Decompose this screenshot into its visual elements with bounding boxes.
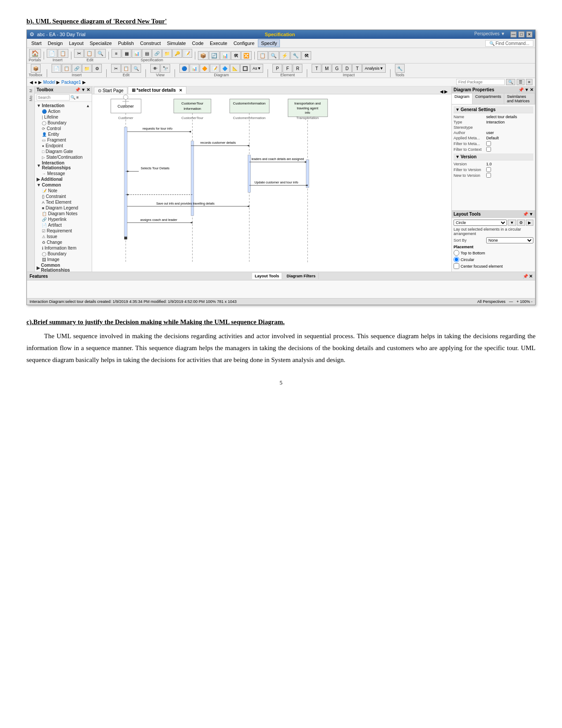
new-ver-checkbox[interactable]: [486, 173, 491, 178]
tab-swimlanes[interactable]: Swimlanes and Matrices: [504, 93, 535, 104]
tab-prev-btn[interactable]: ◀: [440, 89, 443, 94]
impact-btn3[interactable]: ⚡: [279, 51, 290, 60]
toolbox-options[interactable]: ▼: [81, 87, 86, 92]
edit2-btn[interactable]: ✂: [111, 64, 121, 73]
elem2-btn1[interactable]: 🔵: [179, 64, 189, 73]
sort-by-select[interactable]: None: [486, 237, 533, 243]
toolbox-item-endpoint[interactable]: ● Endpoint: [36, 143, 91, 149]
insert-btn2[interactable]: 📋: [58, 49, 68, 58]
menu-simulate[interactable]: Simulate: [164, 40, 189, 47]
toolbox-item-boundary2[interactable]: ◯ Boundary: [36, 251, 91, 257]
elem2-btn4[interactable]: 📝: [210, 64, 220, 73]
menu-code[interactable]: Code: [190, 40, 206, 47]
toolbox-item-info-item[interactable]: ℹ Information Item: [36, 245, 91, 251]
toolbox-cat-additional[interactable]: ▶ Additional: [36, 176, 91, 182]
portals-btn[interactable]: 🏠: [29, 49, 41, 58]
spec-btn7[interactable]: 🔑: [172, 49, 182, 58]
edit-btn[interactable]: ✂: [74, 49, 84, 58]
impact-btn2[interactable]: 🔍: [268, 51, 279, 60]
el-btn1[interactable]: 📦: [198, 51, 208, 60]
menu-execute[interactable]: Execute: [207, 40, 230, 47]
menu-design[interactable]: Design: [45, 40, 65, 47]
view-btn2[interactable]: 🔭: [160, 64, 170, 73]
trace-btn[interactable]: T: [312, 64, 321, 73]
spec-btn8[interactable]: 📝: [182, 49, 192, 58]
toolbox-item-image[interactable]: 🖼 Image: [36, 257, 91, 262]
toolbox-item-constraint[interactable]: {} Constraint: [36, 194, 91, 199]
prop-pin-btn[interactable]: 📌: [518, 87, 524, 92]
toolbox-item-change[interactable]: ♻ Change: [36, 239, 91, 245]
maximize-btn[interactable]: □: [518, 31, 525, 37]
filter-meta-checkbox[interactable]: [486, 141, 491, 146]
bottom-panel-close[interactable]: ✕: [529, 274, 532, 279]
toolbox-cat-interaction[interactable]: ▼ Interaction ▲: [36, 103, 91, 108]
toolbox-item-requirement[interactable]: ☑ Requirement: [36, 228, 91, 234]
toolbox-cat-common-rel[interactable]: ▶ Common Relationships: [36, 262, 91, 272]
edit2-btn3[interactable]: 🔍: [131, 64, 141, 73]
bc-fwd[interactable]: ●: [34, 80, 37, 85]
top-to-bottom-radio[interactable]: [454, 250, 459, 256]
prop-btn[interactable]: P: [272, 64, 282, 73]
toolbox-item-hyperlink[interactable]: 🔗 Hyperlink: [36, 217, 91, 222]
toolbox-cat-relationships[interactable]: ▼ Interaction Relationships: [36, 160, 91, 171]
toolbox-item-boundary[interactable]: ◯ Boundary: [36, 120, 91, 126]
menu-specify[interactable]: Specify: [258, 39, 280, 47]
toolbox-cat-common[interactable]: ▼ Common: [36, 182, 91, 188]
circular-radio[interactable]: [454, 257, 459, 262]
toolbox-item-control[interactable]: ⟳ Control: [36, 126, 91, 131]
prop-options-btn[interactable]: ▼: [525, 87, 529, 92]
circle-select[interactable]: Circle: [454, 220, 507, 226]
trans-btn[interactable]: T: [352, 64, 362, 73]
tools-btn[interactable]: 🔧: [395, 64, 405, 73]
elem2-btn5[interactable]: 🔷: [220, 64, 230, 73]
find-package-input[interactable]: [456, 79, 505, 85]
dec-btn[interactable]: D: [342, 64, 352, 73]
spec-btn3[interactable]: 📊: [132, 49, 141, 58]
center-focused-checkbox[interactable]: [454, 263, 459, 269]
spec-btn1[interactable]: ≡: [112, 49, 121, 58]
toolbox-search-input[interactable]: [37, 94, 70, 101]
insert-btn[interactable]: 📄: [47, 49, 57, 58]
layout-run-btn[interactable]: ▶: [526, 220, 533, 226]
filter-ver-checkbox[interactable]: [486, 167, 491, 172]
tab-compartments[interactable]: Compartments: [473, 93, 504, 104]
bc-package[interactable]: Package1: [61, 80, 81, 85]
toolbox-item-diagram-legend[interactable]: ■ Diagram Legend: [36, 205, 91, 211]
toolbox-item-lifeline[interactable]: | Lifeline: [36, 114, 91, 120]
version-title[interactable]: ▼ Version: [454, 153, 533, 161]
impact-btn1[interactable]: 📋: [257, 51, 268, 60]
perspective-label[interactable]: Perspectives ▼: [474, 31, 505, 37]
toolbox-item-action[interactable]: 🔵 Action: [36, 108, 91, 114]
list-view-btn[interactable]: ☰: [517, 79, 525, 85]
toolbox-item-note[interactable]: 📝 Note: [36, 188, 91, 194]
spec-btn6[interactable]: 📁: [162, 49, 172, 58]
el-btn3[interactable]: 📊: [220, 51, 231, 60]
spec-btn4[interactable]: ▤: [142, 49, 152, 58]
diagram-filters-tab[interactable]: Diagram Filters: [284, 273, 319, 279]
insert2-btn[interactable]: 📄: [52, 64, 61, 73]
layout-tools-tab[interactable]: Layout Tools: [252, 273, 282, 279]
toolbox-item-issue[interactable]: ⚠ Issue: [36, 234, 91, 239]
perspective-badge[interactable]: All Perspectives: [477, 299, 506, 304]
edit-btn2[interactable]: 📋: [84, 49, 95, 58]
matrix-btn[interactable]: M: [322, 64, 331, 73]
toolbox-item-fragment[interactable]: ▭ Fragment: [36, 137, 91, 143]
menu-construct[interactable]: Construct: [138, 40, 164, 47]
view-btn[interactable]: 👁: [150, 64, 160, 73]
bottom-panel-pin[interactable]: 📌: [523, 274, 528, 279]
elem2-btn6[interactable]: 📐: [230, 64, 240, 73]
gap-btn[interactable]: G: [332, 64, 342, 73]
toolbox-item-state-continuation[interactable]: ▷ State/Continuation: [36, 154, 91, 160]
feat-btn[interactable]: F: [283, 64, 292, 73]
toolbox-toggle-btn[interactable]: 📦: [31, 64, 41, 73]
toolbox-close[interactable]: ✕: [86, 87, 90, 92]
minimize-btn[interactable]: —: [510, 31, 517, 37]
tab-next-btn[interactable]: ▶: [444, 89, 448, 94]
resp-btn[interactable]: R: [293, 64, 302, 73]
elem2-btn3[interactable]: 🔶: [200, 64, 209, 73]
insert2-btn4[interactable]: 📁: [82, 64, 92, 73]
layout-options-btn2[interactable]: ⚙: [517, 220, 525, 226]
toolbox-item-diagram-gate[interactable]: □ Diagram Gate: [36, 149, 91, 154]
filter-icon[interactable]: ≡: [76, 95, 78, 100]
filter-context-checkbox[interactable]: [486, 147, 491, 152]
